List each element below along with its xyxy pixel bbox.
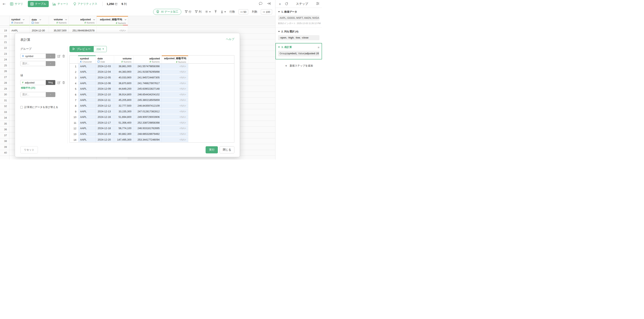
filter-columns-button[interactable]: 列	[195, 10, 202, 14]
edit-icon[interactable]	[58, 81, 60, 84]
triangle-down-icon[interactable]	[278, 31, 280, 32]
preview-cell: 241.915878295898	[134, 69, 162, 75]
preview-table: symbol ACharacter date Date volume #Nume…	[70, 55, 234, 143]
tab-chart[interactable]: チャート	[53, 2, 69, 6]
preview-column-date[interactable]: date Date	[96, 56, 114, 63]
filter-columns-label: 列	[199, 10, 202, 14]
preview-cell: 147,495,300	[114, 137, 134, 143]
close-button[interactable]: 閉じる	[220, 146, 234, 153]
edit-icon[interactable]	[58, 55, 60, 58]
sliders-icon[interactable]	[316, 2, 320, 6]
preview-row: 10AAPL2024-12-1651,694,800249.9097290039…	[70, 114, 234, 120]
arrow-down-to-bar-icon	[220, 10, 223, 14]
filter-rows-button[interactable]: 行	[185, 10, 192, 14]
preview-row-number: 1	[70, 64, 78, 69]
bar-chart-icon	[53, 2, 56, 6]
funnel-icon	[185, 10, 188, 14]
preview-cell: <NA>	[162, 126, 188, 131]
calculation-settings: グループ Asymbol - 選択... - 値	[20, 46, 68, 144]
tab-analytics[interactable]: アナリティクス	[74, 2, 97, 6]
hamburger-menu-icon[interactable]: ≡	[318, 46, 320, 49]
table-settings-button[interactable]	[205, 10, 211, 14]
group-add-select[interactable]: 選択... -	[20, 61, 56, 66]
collapse-left-icon[interactable]: ⇤	[3, 2, 6, 6]
preview-cell: <NA>	[162, 86, 188, 92]
triangle-down-icon[interactable]	[278, 47, 280, 48]
preview-row-number: 14	[70, 137, 78, 143]
upload-button[interactable]	[214, 10, 217, 14]
refresh-icon[interactable]	[285, 2, 288, 6]
add-icon[interactable]: ＋	[278, 2, 282, 6]
preview-cell: <NA>	[162, 98, 188, 103]
ai-data-wrangling-button[interactable]: AI データ加工	[153, 9, 181, 15]
row-number: 31	[0, 98, 10, 103]
character-type-icon: A	[80, 60, 82, 63]
group-suffix-button[interactable]: -	[46, 54, 55, 59]
preview-cell: 2024-12-13	[96, 109, 114, 115]
preview-row-number-header	[70, 56, 78, 63]
row-number: 30	[0, 92, 10, 98]
sort-before-calc-checkbox[interactable]: 計算前にデータを並び替える	[20, 105, 64, 109]
moving-average-note: 移動平均 (25)	[21, 86, 64, 90]
numeric-type-icon: #	[22, 81, 24, 84]
value-add-select[interactable]: 選択... -	[20, 92, 56, 97]
numeric-type-icon: #	[176, 61, 178, 63]
rows-limit-input[interactable]: ↦ 50	[238, 9, 248, 15]
tab-table[interactable]: テーブル	[28, 1, 49, 7]
tab-summary[interactable]: サマリ	[10, 2, 23, 6]
preview-column-symbol[interactable]: symbol ACharacter	[78, 56, 96, 63]
trash-icon[interactable]	[62, 55, 65, 58]
step-item-2[interactable]: 2. 列を選択 (4) -open, -high, -low, -close	[276, 28, 322, 43]
value-aggregation-button[interactable]: Mvg	[46, 80, 55, 85]
step-item-1[interactable]: 1. 株価データ AAPL, GOOG, MSFT, AMZN, NVDA 前回…	[276, 8, 322, 28]
calendar-icon	[32, 22, 34, 24]
group-placeholder-row: 選択... -	[20, 61, 64, 66]
preview-cell: 38,861,000	[114, 64, 134, 69]
preview-cell: AAPL	[78, 98, 96, 103]
preview-column-volume[interactable]: volume #Numeric	[114, 56, 134, 63]
group-add-suffix[interactable]: -	[46, 61, 55, 66]
chevron-down-icon[interactable]	[39, 19, 41, 20]
column-header-symbol[interactable]: symbol ACharacter	[10, 16, 30, 25]
run-button[interactable]: 実行	[206, 146, 218, 153]
dialog-title: 表計算	[20, 38, 30, 42]
preview-button-label: プレビュー	[76, 47, 90, 51]
download-button[interactable]	[220, 10, 226, 14]
header-filler	[128, 16, 275, 25]
preview-cell: 2024-12-20	[96, 137, 114, 143]
chevron-down-icon[interactable]	[125, 18, 126, 20]
step-item-3-selected[interactable]: 3. 表計算≡ Group(symbol), Value(adjusted (移…	[276, 43, 322, 59]
column-header-volume[interactable]: volume #Numeric	[49, 16, 69, 25]
value-add-suffix[interactable]: -	[46, 92, 55, 97]
preview-row: 6AAPL2024-12-1036,914,800246.65443420410…	[70, 92, 234, 98]
group-column-select[interactable]: Asymbol -	[20, 54, 56, 59]
step-1-title: 1. 株価データ	[281, 10, 297, 14]
tab-analytics-label: アナリティクス	[78, 2, 97, 6]
preview-cell: <NA>	[162, 81, 188, 86]
reset-button[interactable]: リセット	[20, 146, 38, 153]
chevron-down-icon[interactable]	[23, 18, 24, 20]
preview-run-button[interactable]: プレビュー	[70, 46, 94, 52]
column-header-adjusted-ma[interactable]: adjusted_移動平均 #Numeric	[97, 16, 128, 25]
preview-cell: 40,033,900	[114, 75, 134, 81]
preview-limit-dropdown[interactable]: 200	[94, 46, 106, 52]
collapse-right-panel-icon[interactable]	[267, 2, 271, 6]
preview-column-adjusted[interactable]: adjusted #Numeric	[134, 56, 162, 63]
preview-row-number: 13	[70, 131, 78, 137]
row-number: 40	[0, 150, 10, 156]
cols-limit-input[interactable]: ↦ 100	[261, 9, 272, 15]
column-header-adjusted[interactable]: adjusted #Numeric	[69, 16, 97, 25]
help-link[interactable]: ヘルプ	[226, 38, 234, 41]
column-header-date[interactable]: date Date	[30, 16, 49, 25]
preview-row-number: 5	[70, 86, 78, 92]
chevron-down-icon[interactable]	[93, 18, 95, 20]
value-column-select[interactable]: #adjusted Mvg	[20, 80, 56, 85]
add-new-step-button[interactable]: ＋ 新規ステップを追加	[276, 63, 322, 68]
chevron-down-icon[interactable]	[65, 18, 67, 20]
step-3-summary-chip: Group(symbol), Value(adjusted (移…	[278, 51, 320, 57]
triangle-down-icon[interactable]	[278, 11, 280, 13]
comment-bubble-icon[interactable]	[259, 2, 262, 6]
preview-column-adjusted-ma[interactable]: adjusted_移動平均 #Numeric	[162, 56, 188, 63]
trash-icon[interactable]	[62, 81, 65, 84]
checkbox-unchecked[interactable]	[20, 106, 23, 109]
